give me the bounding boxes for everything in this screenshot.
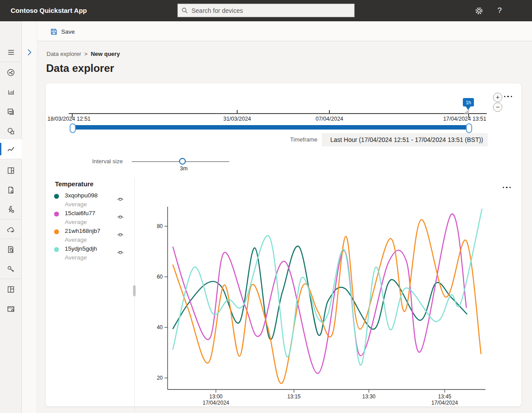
- series-color-dot: [54, 229, 59, 234]
- timeframe-label: Timeframe: [245, 136, 317, 143]
- svg-text:13:45: 13:45: [438, 393, 451, 400]
- sidebar-item-data-explorer[interactable]: [0, 139, 22, 159]
- legend-item[interactable]: 21wh168njb7 Average: [50, 228, 131, 245]
- permissions-icon: [7, 265, 15, 273]
- device-templates-icon: [7, 127, 15, 135]
- left-nav-rail: [0, 21, 22, 413]
- chevron-right-icon: [26, 48, 32, 57]
- series-aggregation: Average: [65, 201, 87, 208]
- timeframe-value: Last Hour (17/04/2024 12:51 - 17/04/2024…: [330, 136, 483, 143]
- toggle-visibility-button[interactable]: [117, 195, 124, 203]
- chart-more-options-icon[interactable]: [503, 187, 511, 188]
- breadcrumb-current: New query: [91, 51, 120, 57]
- temperature-chart[interactable]: 2040608013:0017/04/202413:1513:3013:4517…: [151, 200, 492, 410]
- app-title: Contoso Quickstart App: [11, 0, 87, 21]
- sidebar-item-customization[interactable]: [0, 279, 22, 299]
- question-mark-icon: ?: [497, 6, 501, 15]
- legend-scrollbar[interactable]: [133, 285, 136, 296]
- nav-menu-toggle[interactable]: [0, 43, 22, 62]
- data-explorer-icon: [7, 145, 15, 153]
- command-bar: Save: [37, 21, 532, 41]
- eye-icon: [117, 231, 124, 237]
- svg-text:80: 80: [157, 223, 163, 229]
- series-aggregation: Average: [65, 236, 87, 243]
- jobs-icon: [7, 186, 15, 194]
- sidebar-item-permissions[interactable]: [0, 259, 22, 279]
- breadcrumb-separator: >: [84, 51, 88, 57]
- legend-item[interactable]: 3xqohpu098 Average: [50, 192, 131, 210]
- search-icon: [181, 7, 188, 14]
- nav-expander-column: [22, 21, 37, 413]
- svg-text:17/04/2024: 17/04/2024: [203, 400, 229, 406]
- toggle-visibility-button[interactable]: [117, 248, 124, 256]
- breadcrumb: Data explorer>New query: [47, 51, 120, 57]
- sidebar-item-device-groups[interactable]: [0, 102, 22, 121]
- series-aggregation: Average: [65, 254, 87, 261]
- devices-icon: [7, 88, 15, 96]
- device-search[interactable]: [177, 4, 355, 17]
- svg-text:17/04/2024: 17/04/2024: [431, 400, 458, 406]
- timeline-end-label: 17/04/2024 13:51: [424, 116, 486, 122]
- timeline-tick-label-2: 07/04/2024: [294, 116, 365, 122]
- data-export-icon: [7, 226, 16, 234]
- breadcrumb-parent[interactable]: Data explorer: [47, 51, 81, 57]
- series-name: 21wh168njb7: [65, 228, 100, 234]
- save-label: Save: [61, 28, 75, 35]
- interval-slider-handle[interactable]: [179, 158, 186, 165]
- save-button[interactable]: Save: [47, 25, 78, 38]
- rules-icon: [7, 205, 15, 214]
- series-name: 15clai6fu77: [65, 210, 95, 216]
- sidebar-item-dashboards[interactable]: [0, 161, 22, 180]
- eye-icon: [117, 213, 124, 219]
- timeline-axis: [69, 113, 487, 114]
- dashboards-icon: [7, 166, 15, 175]
- sidebar-item-devices[interactable]: [0, 82, 22, 102]
- sidebar-item-device-templates[interactable]: [0, 121, 22, 141]
- svg-text:13:15: 13:15: [287, 393, 301, 400]
- series-color-dot: [54, 212, 59, 216]
- sidebar-item-application[interactable]: [0, 299, 22, 319]
- timeframe-pin-label: 1h: [466, 100, 471, 105]
- sidebar-item-data-export[interactable]: [0, 220, 22, 240]
- eye-icon: [117, 249, 124, 255]
- svg-text:20: 20: [157, 375, 163, 381]
- sidebar-item-connect[interactable]: [0, 63, 22, 82]
- zoom-in-button[interactable]: +: [493, 93, 502, 102]
- connect-icon: [7, 68, 15, 77]
- eye-icon: [117, 196, 124, 201]
- toggle-visibility-button[interactable]: [117, 231, 124, 239]
- sidebar-item-audit-logs[interactable]: [0, 240, 22, 259]
- timeframe-pin[interactable]: 1h: [463, 98, 474, 106]
- timeline-more-options-icon[interactable]: [504, 96, 512, 97]
- svg-text:13:30: 13:30: [362, 393, 376, 400]
- toggle-visibility-button[interactable]: [117, 213, 124, 221]
- series-name: 3xqohpu098: [65, 192, 98, 199]
- svg-text:60: 60: [157, 274, 163, 280]
- range-handle-left[interactable]: [70, 123, 76, 133]
- series-color-dot: [54, 194, 59, 199]
- sidebar-item-rules[interactable]: [0, 200, 22, 219]
- search-input[interactable]: [192, 7, 351, 14]
- help-button[interactable]: ?: [491, 0, 508, 21]
- gear-icon: [475, 7, 483, 15]
- expand-sidebar-button[interactable]: [26, 48, 32, 59]
- interval-value: 3m: [174, 165, 194, 172]
- timeline-start-label: 18/03/2024 12:51: [47, 116, 90, 122]
- audit-logs-icon: [7, 245, 15, 254]
- legend-item[interactable]: 15ydjn5gdjh Average: [50, 245, 131, 263]
- settings-button[interactable]: [470, 0, 487, 21]
- series-color-dot: [54, 247, 59, 252]
- timeframe-pin-stem: [466, 106, 471, 110]
- svg-text:13:00: 13:00: [209, 393, 223, 400]
- menu-icon: [7, 48, 15, 56]
- legend-item[interactable]: 15clai6fu77 Average: [50, 210, 131, 228]
- plus-icon: +: [496, 94, 499, 101]
- range-handle-right[interactable]: [466, 123, 472, 133]
- legend-title: Temperature: [55, 181, 94, 188]
- timeframe-field[interactable]: Last Hour (17/04/2024 12:51 - 17/04/2024…: [322, 133, 488, 146]
- timeline-range-track[interactable]: [72, 125, 471, 130]
- svg-text:40: 40: [157, 324, 163, 330]
- application-icon: [7, 305, 15, 313]
- zoom-out-button[interactable]: −: [493, 102, 502, 112]
- sidebar-item-jobs[interactable]: [0, 180, 22, 200]
